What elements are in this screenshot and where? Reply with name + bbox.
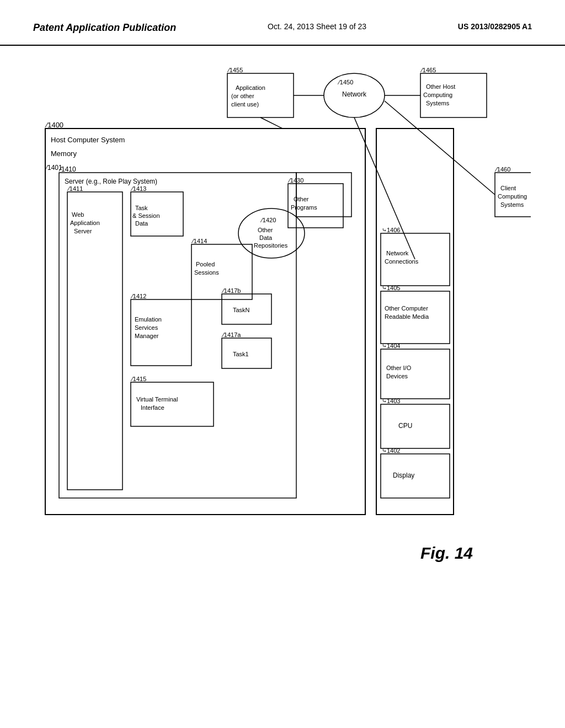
svg-text:Services: Services (135, 324, 158, 331)
svg-text:Server: Server (74, 228, 92, 234)
svg-text:Emulation: Emulation (135, 316, 162, 323)
svg-text:Other: Other (258, 227, 273, 233)
svg-text:⁄1450: ⁄1450 (337, 79, 353, 85)
svg-text:⁄1417b: ⁄1417b (221, 287, 241, 294)
svg-text:⁄1415: ⁄1415 (130, 376, 146, 382)
page: Patent Application Publication Oct. 24, … (0, 0, 565, 728)
svg-text:⁄1417a: ⁄1417a (221, 331, 241, 338)
svg-rect-8 (67, 192, 122, 490)
svg-text:Other Host: Other Host (426, 83, 455, 90)
svg-text:Memory: Memory (51, 149, 77, 158)
svg-text:Readable Media: Readable Media (385, 313, 429, 320)
svg-line-87 (354, 117, 415, 259)
svg-text:Data: Data (259, 234, 273, 241)
svg-text:⁄1413: ⁄1413 (130, 185, 146, 192)
diagram-svg: ⁄1400 Host Computer System Memory ⁄1401 … (34, 62, 531, 641)
svg-text:Computing: Computing (498, 193, 527, 200)
svg-text:Task: Task (135, 205, 148, 211)
svg-rect-0 (45, 129, 365, 515)
svg-text:Systems: Systems (426, 100, 450, 106)
figure-label: Fig. 14 (420, 544, 473, 562)
svg-text:⁄1414: ⁄1414 (191, 238, 207, 244)
svg-text:CPU: CPU (398, 422, 412, 430)
svg-text:Sessions: Sessions (194, 269, 219, 276)
svg-text:Other Computer: Other Computer (385, 305, 428, 312)
svg-rect-48 (381, 454, 450, 498)
svg-text:Display: Display (393, 472, 414, 479)
svg-text:Task1: Task1 (233, 351, 249, 357)
sheet-info: Oct. 24, 2013 Sheet 19 of 23 (268, 22, 366, 31)
svg-text:Application: Application (70, 220, 100, 226)
svg-text:⁄1455: ⁄1455 (227, 67, 243, 73)
svg-text:Repositories: Repositories (254, 242, 288, 249)
svg-text:Interface: Interface (141, 404, 164, 411)
svg-text:Connections: Connections (385, 258, 419, 265)
svg-text:⁄1430: ⁄1430 (287, 177, 303, 184)
svg-text:Other: Other (294, 196, 309, 202)
svg-text:⁄1460: ⁄1460 (494, 166, 510, 173)
svg-rect-51 (381, 404, 450, 448)
svg-text:⁄1411: ⁄1411 (67, 185, 83, 192)
svg-text:⁄1410: ⁄1410 (58, 165, 76, 173)
publication-label: Patent Application Publication (33, 22, 176, 34)
svg-rect-47 (376, 129, 454, 515)
svg-text:Virtual Terminal: Virtual Terminal (136, 396, 178, 403)
svg-point-42 (238, 208, 305, 258)
svg-text:Network: Network (342, 90, 367, 98)
svg-text:Devices: Devices (386, 373, 408, 379)
svg-text:Data: Data (135, 220, 148, 227)
svg-text:Web: Web (72, 211, 84, 218)
svg-line-86 (385, 101, 495, 195)
svg-text:Programs: Programs (291, 204, 317, 211)
svg-text:Other I/O: Other I/O (386, 365, 412, 371)
svg-line-88 (260, 117, 282, 129)
header: Patent Application Publication Oct. 24, … (0, 0, 565, 46)
patent-number: US 2013/0282905 A1 (458, 22, 532, 31)
svg-text:TaskN: TaskN (233, 307, 250, 313)
svg-text:Client: Client (500, 185, 516, 191)
svg-text:⁄1412: ⁄1412 (130, 293, 146, 299)
svg-text:Host Computer System: Host Computer System (51, 136, 125, 144)
svg-text:(or other: (or other (231, 93, 254, 99)
svg-text:⁄1465: ⁄1465 (420, 67, 436, 73)
svg-text:Application: Application (236, 84, 265, 91)
svg-text:⁄1420: ⁄1420 (260, 217, 276, 223)
svg-text:⤷1406: ⤷1406 (382, 227, 400, 233)
svg-text:Network: Network (386, 250, 409, 256)
svg-text:Pooled: Pooled (196, 261, 215, 267)
svg-text:Computing: Computing (423, 92, 452, 98)
svg-text:& Session: & Session (132, 212, 160, 219)
diagram-area: ⁄1400 Host Computer System Memory ⁄1401 … (0, 46, 565, 663)
svg-text:Server (e.g., Role Play System: Server (e.g., Role Play System) (65, 178, 157, 185)
svg-text:⁄1400: ⁄1400 (45, 121, 63, 129)
svg-text:Systems: Systems (500, 201, 524, 208)
svg-text:Manager: Manager (135, 333, 159, 339)
svg-text:client use): client use) (231, 101, 259, 108)
